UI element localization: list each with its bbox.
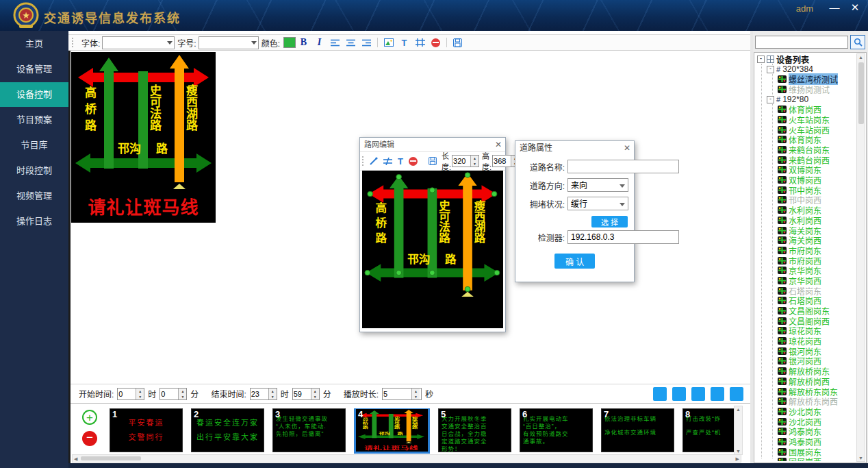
- tree-vertical-scrollbar[interactable]: ▲ ▼: [856, 53, 865, 462]
- start-minute-input[interactable]: [160, 389, 178, 399]
- tree-item[interactable]: 邗中岗东: [756, 185, 856, 195]
- road-direction-select[interactable]: 来向: [567, 178, 628, 192]
- spin-down-icon[interactable]: ▼: [311, 394, 319, 399]
- road-network-button[interactable]: [415, 38, 425, 48]
- save-button[interactable]: [429, 156, 437, 167]
- sidebar-item[interactable]: 节目预案: [0, 108, 68, 132]
- tree-item[interactable]: 海关岗东: [756, 225, 856, 236]
- tree-item[interactable]: 邗中岗西: [756, 195, 856, 206]
- spinner-buttons[interactable]: ▲▼: [268, 389, 277, 399]
- spinner-buttons[interactable]: ▲▼: [136, 389, 144, 399]
- sidebar-item[interactable]: 时段控制: [0, 158, 68, 183]
- confirm-button[interactable]: 确 认: [554, 254, 595, 269]
- tree-item[interactable]: 解放桥东岗西: [756, 396, 856, 406]
- start-hour-input[interactable]: [118, 389, 136, 399]
- action-button[interactable]: [711, 387, 724, 401]
- minimize-button[interactable]: —: [827, 1, 842, 13]
- italic-button[interactable]: I: [314, 38, 324, 48]
- save-button[interactable]: [452, 38, 463, 48]
- select-detector-button[interactable]: 选 择: [591, 216, 628, 227]
- toolbar-drag-handle[interactable]: [362, 156, 363, 166]
- program-thumbnail[interactable]: 7 依法治理非标车辆净化城市交通环境: [601, 408, 674, 452]
- tree-item[interactable]: 琼花岗西: [756, 336, 856, 346]
- program-thumbnail[interactable]: 5 大力开展秋冬季交通安全整治百日会战，全力稳定道路交通安全形势！: [438, 408, 511, 452]
- action-button[interactable]: [653, 387, 667, 401]
- spin-down-icon[interactable]: ▼: [179, 394, 186, 399]
- tree-item[interactable]: 水利岗西: [756, 215, 856, 225]
- spin-up-icon[interactable]: ▲: [179, 389, 186, 394]
- font-select[interactable]: [102, 36, 175, 49]
- color-swatch[interactable]: [283, 37, 296, 48]
- spinner-buttons[interactable]: ▲▼: [411, 389, 420, 399]
- text-tool-button[interactable]: T: [399, 38, 409, 48]
- tree-item[interactable]: 京华岗西: [756, 275, 856, 286]
- scroll-right-icon[interactable]: ▶: [736, 456, 739, 462]
- collapse-icon[interactable]: -: [757, 56, 765, 63]
- program-thumbnail[interactable]: 6 扎实开展电动车“百日整治”，有效预防道路交通事故。: [520, 408, 593, 452]
- tree-item[interactable]: 体育岗西: [756, 104, 856, 114]
- align-left-button[interactable]: [330, 38, 340, 48]
- align-right-button[interactable]: [361, 38, 372, 48]
- close-button[interactable]: ✕: [847, 1, 863, 14]
- tree-item[interactable]: 市府岗东: [756, 245, 856, 256]
- insert-image-button[interactable]: [383, 38, 394, 48]
- sidebar-item[interactable]: 设备控制: [0, 82, 68, 107]
- spin-up-icon[interactable]: ▲: [136, 389, 144, 394]
- tree-item[interactable]: 国展岗东: [756, 447, 856, 457]
- device-search-input[interactable]: [755, 36, 848, 49]
- sidebar-item[interactable]: 节目库: [0, 133, 68, 158]
- action-button[interactable]: [730, 387, 743, 401]
- delete-tool-button[interactable]: [431, 38, 441, 48]
- sidebar-item[interactable]: 视频管理: [0, 184, 68, 208]
- scrollbar-thumb[interactable]: [81, 456, 141, 460]
- font-size-select[interactable]: [199, 36, 259, 49]
- tree-item[interactable]: 京华岗东: [756, 265, 856, 275]
- spin-down-icon[interactable]: ▼: [269, 394, 277, 399]
- close-icon[interactable]: ✕: [624, 141, 630, 155]
- spin-down-icon[interactable]: ▼: [412, 394, 420, 399]
- tree-item[interactable]: 沙北岗西: [756, 417, 856, 427]
- tree-item[interactable]: 火车站岗东: [756, 114, 856, 125]
- tree-item[interactable]: 文昌阁岗西: [756, 316, 856, 326]
- text-tool-button[interactable]: T: [398, 156, 403, 167]
- spin-up-icon[interactable]: ▲: [269, 389, 277, 394]
- tree-item[interactable]: 国展岗西: [756, 457, 856, 462]
- end-minute-input[interactable]: [293, 389, 311, 399]
- tree-item[interactable]: 市府岗西: [756, 256, 856, 266]
- spin-up-icon[interactable]: ▲: [412, 389, 420, 394]
- tree-item[interactable]: 解放桥岗东: [756, 366, 856, 376]
- spin-up-icon[interactable]: ▲: [471, 156, 478, 161]
- spin-down-icon[interactable]: ▼: [471, 161, 478, 167]
- playlist-vertical-scrollbar[interactable]: ▲ ▼: [734, 406, 743, 455]
- program-thumbnail[interactable]: 8 打击改装“炸严查严处“机: [682, 408, 739, 452]
- end-hour-input[interactable]: [251, 389, 268, 399]
- tree-item[interactable]: 双博岗东: [756, 165, 856, 175]
- road-network-canvas[interactable]: 高桥路 史可法路 瘦西湖路 邗沟 路 请礼让斑马线: [362, 171, 503, 328]
- duration-input[interactable]: [383, 389, 411, 399]
- tree-item[interactable]: 螺丝湾桥测试: [756, 74, 856, 84]
- tree-item[interactable]: 来鹤台岗东: [756, 145, 856, 155]
- tree-item[interactable]: -#320*384: [756, 64, 856, 75]
- align-center-button[interactable]: [346, 38, 356, 48]
- control-points-layer[interactable]: [362, 171, 503, 328]
- spinner-buttons[interactable]: ▲▼: [178, 389, 186, 399]
- scroll-down-icon[interactable]: ▼: [857, 456, 865, 460]
- tree-item[interactable]: 鸿泰岗东: [756, 426, 856, 436]
- action-button[interactable]: [691, 387, 705, 401]
- draw-line-button[interactable]: [370, 156, 378, 167]
- tree-item[interactable]: -#192*80: [756, 95, 856, 105]
- spin-down-icon[interactable]: ▼: [136, 394, 144, 399]
- sidebar-item[interactable]: 操作日志: [0, 209, 68, 234]
- bold-button[interactable]: B: [298, 38, 309, 48]
- tree-item[interactable]: 维扬岗测试: [756, 84, 856, 95]
- program-thumbnail[interactable]: 4 高桥路 史可法路 瘦西湖路 邗沟 路 请礼让斑马线: [354, 408, 430, 454]
- action-button[interactable]: [672, 387, 686, 401]
- playlist-horizontal-scrollbar[interactable]: ◀ ▶: [72, 454, 741, 463]
- tree-item[interactable]: 石塔岗西: [756, 296, 856, 306]
- program-thumbnail[interactable]: 2 春运安全连万家出行平安靠大家: [191, 408, 264, 452]
- congestion-select[interactable]: 缓行: [567, 197, 628, 210]
- tree-item[interactable]: -设备列表: [756, 54, 856, 64]
- detector-input[interactable]: [567, 230, 679, 244]
- add-program-button[interactable]: +: [82, 410, 97, 425]
- sidebar-item[interactable]: 主页: [0, 32, 68, 56]
